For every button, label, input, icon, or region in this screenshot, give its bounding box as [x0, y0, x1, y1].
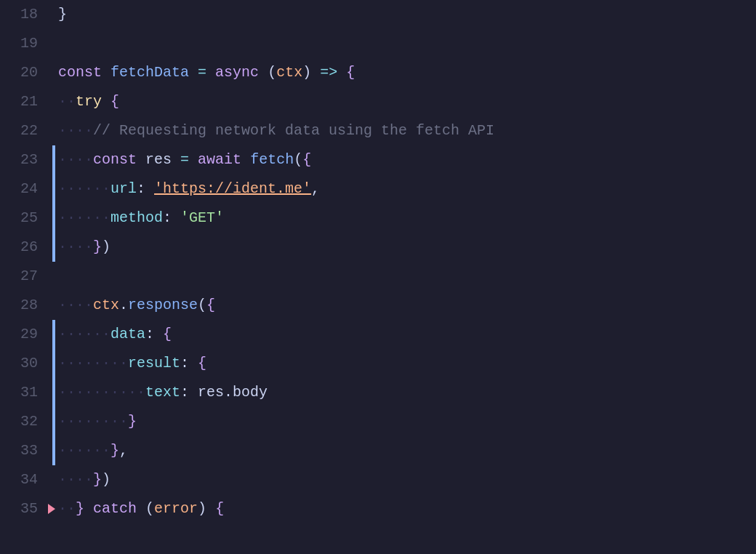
gutter-indicator [52, 320, 55, 349]
token-plain: body [233, 378, 268, 407]
indent-dots: ······ [58, 436, 110, 465]
indent-dots: ···· [58, 145, 93, 174]
token-fetch: fetch [250, 145, 294, 174]
indent-dots: ······ [58, 174, 110, 204]
token-plain [84, 494, 93, 523]
token-plain [189, 145, 198, 174]
token-punctuation: : [180, 378, 189, 407]
token-property: data [110, 320, 145, 349]
token-function: fetchData [110, 58, 189, 87]
token-punctuation: : [180, 349, 189, 378]
indent-dots: ···· [58, 116, 93, 145]
token-plain [137, 145, 145, 174]
indent-dots: ······ [58, 204, 110, 233]
line-content: ········} [52, 407, 756, 436]
line-number: 20 [0, 58, 52, 87]
gutter-indicator [52, 233, 55, 262]
token-plain [259, 58, 268, 87]
line-number: 25 [0, 204, 52, 233]
token-operator: = [180, 145, 189, 174]
token-punctuation: ) [302, 58, 311, 87]
indent-dots: ·········· [58, 378, 145, 407]
token-brace: { [346, 58, 355, 87]
token-punctuation: , [119, 436, 128, 465]
line-content: ····}) [52, 465, 756, 494]
line-content: ······url: 'https://ident.me', [52, 174, 756, 204]
token-plain [145, 174, 154, 204]
line-31: 31··········text: res.body [0, 378, 756, 407]
token-brace: } [110, 436, 119, 465]
token-plain [206, 58, 215, 87]
line-18: 18} [0, 0, 756, 29]
token-punctuation: : [137, 174, 145, 204]
token-brace: { [302, 145, 311, 174]
line-29: 29······data: { [0, 320, 756, 349]
token-plain [172, 204, 180, 233]
token-ctx: ctx [93, 291, 119, 320]
line-content: ······method: 'GET' [52, 204, 756, 233]
token-brace: { [206, 291, 215, 320]
token-plain: res [145, 145, 172, 174]
gutter-indicator [52, 378, 55, 407]
token-plain [311, 58, 320, 87]
line-27: 27 [0, 262, 756, 291]
token-property: text [145, 378, 180, 407]
token-brace: { [215, 494, 224, 523]
token-const: const [93, 145, 137, 174]
token-punctuation: : [163, 204, 172, 233]
gutter-indicator [52, 174, 55, 204]
line-number: 18 [0, 0, 52, 29]
indent-dots: ········ [58, 349, 128, 378]
token-brace: { [110, 87, 119, 116]
line-number: 23 [0, 145, 52, 174]
token-punctuation: : [145, 320, 154, 349]
token-property: method [110, 204, 163, 233]
line-22: 22····// Requesting network data using t… [0, 116, 756, 145]
token-comment: // Requesting network data using the fet… [93, 116, 494, 145]
token-brace: } [76, 494, 84, 523]
line-30: 30········result: { [0, 349, 756, 378]
token-const: const [58, 58, 102, 87]
token-dot: . [224, 378, 233, 407]
gutter-indicator [52, 436, 55, 465]
line-content: ··········text: res.body [52, 378, 756, 407]
token-keyword: catch [93, 494, 137, 523]
token-property: result [128, 349, 180, 378]
token-brace: } [93, 465, 102, 494]
indent-dots: ······ [58, 320, 110, 349]
line-content: ······}, [52, 436, 756, 465]
indent-dots: ···· [58, 233, 93, 262]
line-number: 30 [0, 349, 52, 378]
line-32: 32········} [0, 407, 756, 436]
token-arrow: => [320, 58, 337, 87]
token-plain [189, 378, 198, 407]
line-content: ····// Requesting network data using the… [52, 116, 756, 145]
token-punctuation: ) [102, 465, 110, 494]
token-plain [337, 58, 346, 87]
code-editor: 18}1920const fetchData = async (ctx) => … [0, 0, 756, 554]
line-20: 20const fetchData = async (ctx) => { [0, 58, 756, 87]
token-punctuation: ( [198, 291, 206, 320]
line-number: 32 [0, 407, 52, 436]
line-content: ······data: { [52, 320, 756, 349]
line-number: 35 [0, 494, 52, 523]
token-param: ctx [276, 58, 302, 87]
line-content: } [52, 0, 756, 29]
line-number: 28 [0, 291, 52, 320]
indent-dots: ········ [58, 407, 128, 436]
line-33: 33······}, [0, 436, 756, 465]
token-brace: } [93, 233, 102, 262]
token-plain [102, 58, 110, 87]
token-punctuation: , [311, 174, 320, 204]
token-plain [154, 320, 163, 349]
token-url: 'https://ident.me' [154, 174, 311, 204]
token-plain [206, 494, 215, 523]
token-punctuation: ) [198, 494, 206, 523]
token-res: res [198, 378, 224, 407]
token-plain [102, 87, 110, 116]
line-35: 35··} catch (error) { [0, 494, 756, 523]
line-number: 19 [0, 29, 52, 58]
token-await: await [198, 145, 241, 174]
gutter-indicator [52, 204, 55, 233]
line-content: ····}) [52, 233, 756, 262]
